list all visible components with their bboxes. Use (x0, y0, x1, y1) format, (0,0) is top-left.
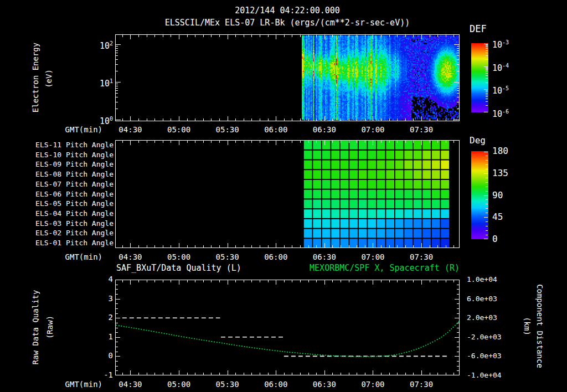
time-tick-label-middle: 05:30 (205, 252, 250, 262)
distance-tick-label: -2.0e+03 (467, 333, 519, 342)
time-tick-label-bottom: 06:00 (254, 380, 298, 389)
def-colorbar-tick-label: 10-5 (492, 84, 509, 96)
def-colorbar-title: DEF (470, 23, 487, 34)
deg-colorbar-tick-label: 90 (492, 190, 503, 200)
pitch-row-label: ELS-05 Pitch Angle (28, 199, 114, 208)
deg-colorbar-tick-label: 135 (492, 168, 508, 178)
quality-spacecraft-canvas (115, 280, 460, 375)
time-tick-label-middle: 05:00 (157, 252, 201, 262)
distance-tick-label: -6.0e+03 (467, 352, 519, 360)
time-tick-label-top: 06:30 (302, 125, 347, 135)
pitch-row-label: ELS-04 Pitch Angle (28, 209, 114, 218)
bottom-y-axis-label-left: Raw Data Quality (31, 290, 40, 365)
time-tick-label-middle: 06:30 (302, 252, 347, 262)
pitch-row-label: ELS-02 Pitch Angle (28, 229, 114, 238)
pitch-row-label: ELS-10 Pitch Angle (28, 151, 114, 159)
time-tick-label-bottom: 05:00 (157, 380, 201, 389)
raw-quality-tick-label: -1 (91, 370, 113, 380)
pitch-row-label: ELS-07 Pitch Angle (28, 180, 114, 189)
time-tick-label-bottom: 06:30 (302, 380, 347, 389)
pitch-row-label: ELS-03 Pitch Angle (28, 219, 114, 228)
time-tick-label-middle: 06:00 (254, 252, 298, 262)
bottom-y-axis-units-right: (km) (522, 317, 532, 336)
raw-quality-tick-label: 2 (91, 313, 113, 322)
time-tick-label-middle: 07:00 (350, 252, 395, 262)
time-tick-label-middle: 04:30 (108, 252, 152, 262)
gmt-label-bottom: GMT(min) (58, 380, 102, 389)
energy-tick-label: 101 (89, 76, 113, 89)
raw-quality-tick-label: 4 (91, 275, 113, 284)
def-colorbar-tick-label: 10-3 (492, 38, 509, 50)
pitch-row-label: ELS-08 Pitch Angle (28, 170, 114, 179)
deg-colorbar (471, 151, 488, 239)
gmt-label-middle: GMT(min) (58, 252, 102, 262)
time-tick-label-bottom: 07:00 (350, 380, 395, 389)
time-tick-label-bottom: 04:30 (108, 380, 152, 389)
raw-quality-tick-label: 3 (91, 294, 113, 303)
distance-tick-label: 1.0e+04 (467, 275, 519, 284)
energy-tick-label: 100 (89, 114, 113, 126)
deg-colorbar-tick-label: 180 (492, 146, 508, 156)
bottom-y-axis-units-left: (Raw) (45, 316, 55, 339)
distance-tick-label: -1.0e+04 (467, 371, 519, 380)
plot-title: ELSSCIL/MEx ELS-07 LR-Bk (ergs/(cm**2-sr… (115, 18, 460, 28)
raw-quality-tick-label: 0 (91, 351, 113, 360)
time-tick-label-middle: 07:30 (399, 252, 444, 262)
deg-colorbar-tick-label: 45 (492, 212, 503, 222)
pitch-row-label: ELS-01 Pitch Angle (28, 239, 114, 247)
deg-colorbar-tick-label: 0 (492, 234, 498, 244)
deg-colorbar-title: Deg (470, 135, 486, 146)
def-colorbar-tick-label: 10-6 (492, 107, 509, 119)
raw-quality-tick-label: 1 (91, 332, 113, 342)
gmt-label-top: GMT(min) (58, 125, 102, 135)
bottom-title-left: SAF_BXuT/Data Quality (L) (116, 263, 241, 273)
energy-tick-label: 102 (89, 39, 113, 51)
spec-y-axis-label: Electron Energy (31, 43, 40, 112)
time-tick-label-top: 06:00 (254, 125, 298, 135)
bottom-y-axis-label-right: Component Distance (535, 284, 544, 368)
def-colorbar (471, 43, 488, 112)
time-tick-label-top: 04:30 (108, 125, 152, 135)
time-tick-label-top: 05:30 (205, 125, 250, 135)
pitch-row-label: ELS-06 Pitch Angle (28, 190, 114, 199)
science-plot-screen: 2012/144 04:22:00.000 ELSSCIL/MEx ELS-07… (0, 0, 567, 392)
bottom-title-right: MEXORBMC/SPF X, Spacecraft (R) (281, 263, 460, 273)
pitch-row-label: ELS-09 Pitch Angle (28, 160, 114, 169)
time-tick-label-bottom: 05:30 (205, 380, 250, 389)
plot-datetime: 2012/144 04:22:00.000 (115, 6, 460, 16)
time-tick-label-top: 07:30 (399, 125, 444, 135)
time-tick-label-top: 05:00 (157, 125, 201, 135)
spec-y-axis-units: (eV) (44, 69, 54, 88)
time-tick-label-bottom: 07:30 (399, 380, 444, 389)
distance-tick-label: 2.0e+03 (467, 313, 519, 322)
time-tick-label-top: 07:00 (350, 125, 395, 135)
pitch-row-label: ELS-11 Pitch Angle (28, 141, 114, 149)
def-colorbar-tick-label: 10-4 (492, 61, 509, 73)
electron-spectrogram-canvas (115, 34, 460, 121)
distance-tick-label: 6.0e+03 (467, 295, 519, 303)
pitch-angle-canvas (115, 140, 460, 248)
